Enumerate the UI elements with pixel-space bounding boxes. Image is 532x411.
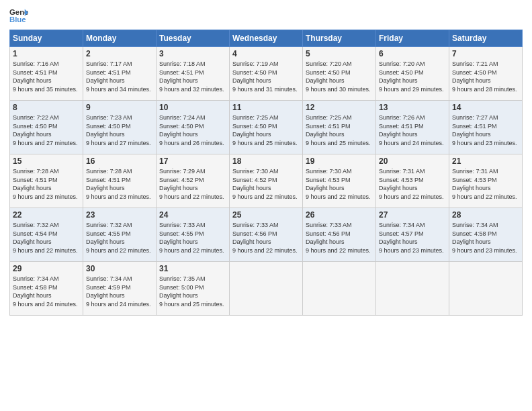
day-number: 19 bbox=[306, 156, 373, 166]
day-info: Sunrise: 7:24 AMSunset: 4:50 PMDaylight … bbox=[159, 114, 224, 146]
calendar-cell: 9 Sunrise: 7:23 AMSunset: 4:50 PMDayligh… bbox=[83, 101, 157, 154]
day-number: 15 bbox=[13, 156, 80, 166]
calendar-cell: 13 Sunrise: 7:26 AMSunset: 4:51 PMDaylig… bbox=[376, 101, 449, 154]
day-number: 30 bbox=[86, 264, 153, 273]
calendar-cell: 22 Sunrise: 7:32 AMSunset: 4:54 PMDaylig… bbox=[10, 208, 83, 262]
calendar-cell: 6 Sunrise: 7:20 AMSunset: 4:50 PMDayligh… bbox=[376, 47, 449, 101]
calendar-cell: 17 Sunrise: 7:29 AMSunset: 4:52 PMDaylig… bbox=[157, 154, 230, 208]
calendar-cell: 25 Sunrise: 7:33 AMSunset: 4:56 PMDaylig… bbox=[230, 208, 303, 262]
calendar-cell: 7 Sunrise: 7:21 AMSunset: 4:50 PMDayligh… bbox=[449, 47, 523, 101]
calendar-cell: 31 Sunrise: 7:35 AMSunset: 5:00 PMDaylig… bbox=[157, 262, 230, 316]
calendar-cell: 30 Sunrise: 7:34 AMSunset: 4:59 PMDaylig… bbox=[83, 262, 157, 316]
day-number: 6 bbox=[379, 49, 446, 58]
col-header-saturday: Saturday bbox=[449, 30, 523, 47]
calendar-cell: 11 Sunrise: 7:25 AMSunset: 4:50 PMDaylig… bbox=[230, 101, 303, 154]
day-info: Sunrise: 7:21 AMSunset: 4:50 PMDaylight … bbox=[452, 60, 517, 93]
day-info: Sunrise: 7:34 AMSunset: 4:58 PMDaylight … bbox=[13, 275, 78, 308]
logo: General Blue bbox=[9, 7, 28, 26]
week-row-3: 15 Sunrise: 7:28 AMSunset: 4:51 PMDaylig… bbox=[10, 154, 523, 208]
col-header-wednesday: Wednesday bbox=[230, 30, 303, 47]
day-info: Sunrise: 7:22 AMSunset: 4:50 PMDaylight … bbox=[13, 114, 78, 146]
calendar-cell: 19 Sunrise: 7:30 AMSunset: 4:53 PMDaylig… bbox=[303, 154, 376, 208]
day-info: Sunrise: 7:34 AMSunset: 4:59 PMDaylight … bbox=[86, 275, 151, 308]
day-info: Sunrise: 7:30 AMSunset: 4:53 PMDaylight … bbox=[306, 168, 371, 200]
week-row-4: 22 Sunrise: 7:32 AMSunset: 4:54 PMDaylig… bbox=[10, 208, 523, 262]
day-info: Sunrise: 7:23 AMSunset: 4:50 PMDaylight … bbox=[86, 114, 151, 146]
day-info: Sunrise: 7:20 AMSunset: 4:50 PMDaylight … bbox=[306, 60, 371, 93]
col-header-friday: Friday bbox=[376, 30, 449, 47]
week-row-5: 29 Sunrise: 7:34 AMSunset: 4:58 PMDaylig… bbox=[10, 262, 523, 316]
calendar-cell: 29 Sunrise: 7:34 AMSunset: 4:58 PMDaylig… bbox=[10, 262, 83, 316]
week-row-2: 8 Sunrise: 7:22 AMSunset: 4:50 PMDayligh… bbox=[10, 101, 523, 154]
calendar-cell: 10 Sunrise: 7:24 AMSunset: 4:50 PMDaylig… bbox=[157, 101, 230, 154]
day-number: 28 bbox=[452, 210, 519, 220]
calendar-cell: 12 Sunrise: 7:25 AMSunset: 4:51 PMDaylig… bbox=[303, 101, 376, 154]
calendar-cell: 3 Sunrise: 7:18 AMSunset: 4:51 PMDayligh… bbox=[157, 47, 230, 101]
day-number: 14 bbox=[452, 103, 519, 112]
calendar-cell: 24 Sunrise: 7:33 AMSunset: 4:55 PMDaylig… bbox=[157, 208, 230, 262]
col-header-monday: Monday bbox=[83, 30, 157, 47]
day-number: 18 bbox=[232, 156, 300, 166]
calendar-cell: 23 Sunrise: 7:32 AMSunset: 4:55 PMDaylig… bbox=[83, 208, 157, 262]
day-number: 20 bbox=[379, 156, 446, 166]
calendar-cell: 20 Sunrise: 7:31 AMSunset: 4:53 PMDaylig… bbox=[376, 154, 449, 208]
day-info: Sunrise: 7:29 AMSunset: 4:52 PMDaylight … bbox=[159, 168, 224, 200]
calendar-cell: 27 Sunrise: 7:34 AMSunset: 4:57 PMDaylig… bbox=[376, 208, 449, 262]
day-info: Sunrise: 7:34 AMSunset: 4:57 PMDaylight … bbox=[379, 222, 444, 254]
day-number: 25 bbox=[232, 210, 300, 220]
calendar-cell bbox=[376, 262, 449, 316]
main-container: General Blue SundayMondayTuesdayWednesda… bbox=[0, 0, 532, 320]
day-number: 10 bbox=[159, 103, 226, 112]
day-number: 2 bbox=[86, 49, 153, 58]
calendar-cell: 5 Sunrise: 7:20 AMSunset: 4:50 PMDayligh… bbox=[303, 47, 376, 101]
calendar-cell: 2 Sunrise: 7:17 AMSunset: 4:51 PMDayligh… bbox=[83, 47, 157, 101]
day-number: 23 bbox=[86, 210, 153, 220]
day-number: 27 bbox=[379, 210, 446, 220]
calendar-cell: 21 Sunrise: 7:31 AMSunset: 4:53 PMDaylig… bbox=[449, 154, 523, 208]
day-number: 17 bbox=[159, 156, 226, 166]
calendar-cell bbox=[449, 262, 523, 316]
calendar-cell: 8 Sunrise: 7:22 AMSunset: 4:50 PMDayligh… bbox=[10, 101, 83, 154]
col-header-sunday: Sunday bbox=[10, 30, 83, 47]
calendar-cell: 14 Sunrise: 7:27 AMSunset: 4:51 PMDaylig… bbox=[449, 101, 523, 154]
calendar-cell: 4 Sunrise: 7:19 AMSunset: 4:50 PMDayligh… bbox=[230, 47, 303, 101]
col-header-thursday: Thursday bbox=[303, 30, 376, 47]
calendar-cell bbox=[230, 262, 303, 316]
day-info: Sunrise: 7:16 AMSunset: 4:51 PMDaylight … bbox=[13, 60, 78, 93]
logo-icon: General Blue bbox=[9, 7, 28, 26]
day-number: 22 bbox=[13, 210, 80, 220]
calendar-cell: 18 Sunrise: 7:30 AMSunset: 4:52 PMDaylig… bbox=[230, 154, 303, 208]
day-number: 7 bbox=[452, 49, 519, 58]
calendar-cell: 28 Sunrise: 7:34 AMSunset: 4:58 PMDaylig… bbox=[449, 208, 523, 262]
day-number: 8 bbox=[13, 103, 80, 112]
day-number: 29 bbox=[13, 264, 80, 273]
day-info: Sunrise: 7:32 AMSunset: 4:54 PMDaylight … bbox=[13, 222, 78, 254]
header: General Blue bbox=[9, 7, 523, 26]
day-number: 3 bbox=[159, 49, 226, 58]
day-info: Sunrise: 7:25 AMSunset: 4:50 PMDaylight … bbox=[232, 114, 298, 146]
day-number: 4 bbox=[232, 49, 300, 58]
day-info: Sunrise: 7:32 AMSunset: 4:55 PMDaylight … bbox=[86, 222, 151, 254]
calendar-cell: 1 Sunrise: 7:16 AMSunset: 4:51 PMDayligh… bbox=[10, 47, 83, 101]
day-info: Sunrise: 7:33 AMSunset: 4:56 PMDaylight … bbox=[306, 222, 371, 254]
day-info: Sunrise: 7:28 AMSunset: 4:51 PMDaylight … bbox=[13, 168, 78, 200]
calendar-cell: 15 Sunrise: 7:28 AMSunset: 4:51 PMDaylig… bbox=[10, 154, 83, 208]
day-info: Sunrise: 7:19 AMSunset: 4:50 PMDaylight … bbox=[232, 60, 298, 93]
day-info: Sunrise: 7:25 AMSunset: 4:51 PMDaylight … bbox=[306, 114, 371, 146]
day-info: Sunrise: 7:17 AMSunset: 4:51 PMDaylight … bbox=[86, 60, 151, 93]
day-info: Sunrise: 7:27 AMSunset: 4:51 PMDaylight … bbox=[452, 114, 517, 146]
day-number: 21 bbox=[452, 156, 519, 166]
svg-text:Blue: Blue bbox=[9, 15, 26, 24]
day-info: Sunrise: 7:30 AMSunset: 4:52 PMDaylight … bbox=[232, 168, 298, 200]
day-info: Sunrise: 7:34 AMSunset: 4:58 PMDaylight … bbox=[452, 222, 517, 254]
col-header-tuesday: Tuesday bbox=[157, 30, 230, 47]
day-number: 1 bbox=[13, 49, 80, 58]
day-info: Sunrise: 7:26 AMSunset: 4:51 PMDaylight … bbox=[379, 114, 444, 146]
calendar-cell: 26 Sunrise: 7:33 AMSunset: 4:56 PMDaylig… bbox=[303, 208, 376, 262]
day-number: 26 bbox=[306, 210, 373, 220]
day-number: 5 bbox=[306, 49, 373, 58]
day-info: Sunrise: 7:31 AMSunset: 4:53 PMDaylight … bbox=[452, 168, 517, 200]
day-number: 24 bbox=[159, 210, 226, 220]
day-number: 13 bbox=[379, 103, 446, 112]
week-row-1: 1 Sunrise: 7:16 AMSunset: 4:51 PMDayligh… bbox=[10, 47, 523, 101]
